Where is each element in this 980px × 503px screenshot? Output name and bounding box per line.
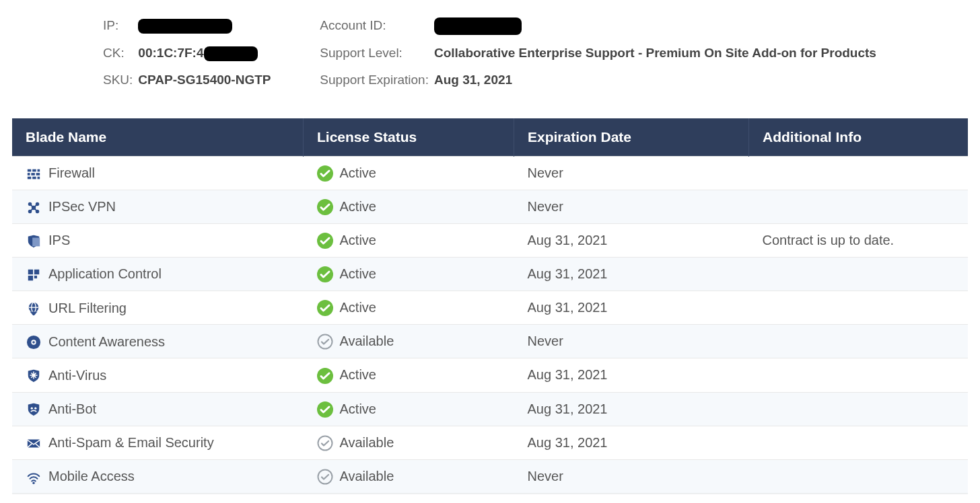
- license-status-text: Active: [340, 401, 376, 416]
- anti-virus-icon: [26, 368, 42, 384]
- additional-info-text: [749, 156, 969, 190]
- expiration-text: Aug 31, 2021: [514, 224, 749, 258]
- additional-info-text: [749, 325, 969, 358]
- status-available-icon: [317, 468, 333, 485]
- expiration-text: Aug 31, 2021: [514, 426, 749, 459]
- ipsec-vpn-icon: [26, 199, 42, 215]
- device-info-panel: IP: Account ID: CK: 00:1C:7F:4 Support L…: [0, 0, 980, 118]
- sku-value: CPAP-SG15400-NGTP: [138, 71, 306, 98]
- additional-info-text: [749, 291, 969, 325]
- status-active-icon: [317, 266, 333, 283]
- license-status-text: Active: [340, 301, 376, 315]
- status-active-icon: [317, 300, 333, 317]
- license-status-text: Available: [340, 435, 394, 450]
- ck-value: 00:1C:7F:4: [138, 44, 306, 71]
- status-active-icon: [317, 233, 333, 249]
- support-expiration-label: Support Expiration:: [306, 71, 434, 98]
- ip-value: [138, 17, 306, 44]
- license-status-text: Available: [340, 469, 394, 483]
- blade-name-text: URL Filtering: [48, 301, 127, 315]
- blade-name-text: Content Awareness: [48, 334, 165, 349]
- expiration-text: Aug 31, 2021: [514, 258, 749, 291]
- license-status-text: Active: [340, 165, 376, 180]
- expiration-text: Aug 31, 2021: [514, 291, 749, 325]
- blade-name-text: Mobile Access: [48, 469, 135, 483]
- mobile-access-icon: [26, 469, 42, 485]
- status-available-icon: [317, 334, 333, 350]
- redacted-ck: [204, 46, 258, 61]
- table-row[interactable]: Anti-BotActiveAug 31, 2021: [12, 392, 968, 426]
- license-status-text: Available: [340, 334, 394, 349]
- expiration-text: Never: [514, 459, 749, 494]
- ck-text: 00:1C:7F:4: [138, 46, 203, 60]
- col-expiration-date[interactable]: Expiration Date: [514, 118, 749, 157]
- additional-info-text: [749, 358, 969, 392]
- status-active-icon: [317, 367, 333, 384]
- ip-label: IP:: [103, 17, 138, 44]
- status-available-icon: [317, 434, 333, 451]
- col-blade-name[interactable]: Blade Name: [12, 118, 304, 157]
- content-awareness-icon: [26, 334, 42, 350]
- blade-name-text: Application Control: [48, 267, 162, 282]
- table-row[interactable]: Content AwarenessAvailableNever: [12, 325, 968, 358]
- redacted-account: [434, 17, 522, 35]
- blade-name-text: IPS: [48, 233, 70, 248]
- blade-license-table: Blade Name License Status Expiration Dat…: [12, 118, 968, 494]
- status-active-icon: [317, 198, 333, 215]
- sku-label: SKU:: [103, 71, 138, 98]
- firewall-icon: [26, 165, 42, 182]
- license-status-text: Active: [340, 368, 376, 383]
- expiration-text: Never: [514, 156, 749, 190]
- ips-icon: [26, 233, 42, 249]
- table-row[interactable]: FirewallActiveNever: [12, 156, 968, 190]
- support-level-value: Collaborative Enterprise Support - Premi…: [434, 44, 897, 71]
- additional-info-text: [749, 190, 969, 224]
- additional-info-text: [749, 258, 969, 291]
- expiration-text: Never: [514, 325, 749, 358]
- additional-info-text: [749, 459, 969, 494]
- blade-name-text: Anti-Virus: [48, 368, 106, 383]
- table-row[interactable]: Anti-VirusActiveAug 31, 2021: [12, 358, 968, 392]
- account-id-label: Account ID:: [306, 17, 434, 44]
- additional-info-text: Contract is up to date.: [749, 224, 969, 258]
- col-license-status[interactable]: License Status: [304, 118, 514, 157]
- app-control-icon: [26, 266, 42, 282]
- blade-name-text: Anti-Spam & Email Security: [48, 435, 214, 450]
- blade-name-text: IPSec VPN: [48, 200, 116, 215]
- license-status-text: Active: [340, 233, 376, 247]
- status-active-icon: [317, 401, 333, 418]
- col-additional-info[interactable]: Additional Info: [749, 118, 969, 157]
- support-level-label: Support Level:: [306, 44, 434, 71]
- account-id-value: [434, 17, 897, 44]
- url-filtering-icon: [26, 300, 42, 316]
- status-active-icon: [317, 165, 333, 182]
- blade-name-text: Anti-Bot: [48, 401, 96, 416]
- support-expiration-value: Aug 31, 2021: [434, 71, 897, 98]
- table-row[interactable]: Anti-Spam & Email SecurityAvailableAug 3…: [12, 426, 968, 459]
- table-row[interactable]: Application ControlActiveAug 31, 2021: [12, 258, 968, 291]
- redacted-ip: [138, 19, 232, 34]
- ck-label: CK:: [103, 44, 138, 71]
- expiration-text: Aug 31, 2021: [514, 392, 749, 426]
- table-header-row: Blade Name License Status Expiration Dat…: [12, 118, 968, 157]
- table-row[interactable]: IPSActiveAug 31, 2021Contract is up to d…: [12, 224, 968, 258]
- blade-name-text: Firewall: [48, 165, 95, 180]
- anti-spam-icon: [26, 435, 42, 451]
- license-status-text: Active: [340, 199, 376, 214]
- table-row[interactable]: URL FilteringActiveAug 31, 2021: [12, 291, 968, 325]
- anti-bot-icon: [26, 401, 42, 418]
- table-row[interactable]: IPSec VPNActiveNever: [12, 190, 968, 224]
- info-table: IP: Account ID: CK: 00:1C:7F:4 Support L…: [103, 17, 897, 98]
- additional-info-text: [749, 426, 969, 459]
- table-row[interactable]: Mobile AccessAvailableNever: [12, 459, 968, 494]
- expiration-text: Never: [514, 190, 749, 224]
- expiration-text: Aug 31, 2021: [514, 358, 749, 392]
- license-status-text: Active: [340, 266, 376, 281]
- additional-info-text: [749, 392, 969, 426]
